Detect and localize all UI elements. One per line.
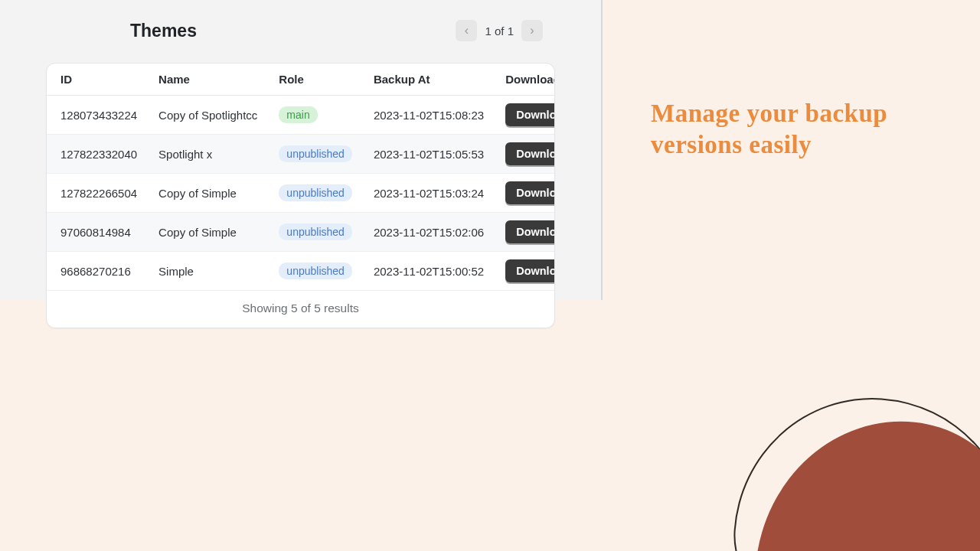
cell-id: 128073433224 (47, 96, 145, 135)
cell-download: Download (492, 174, 555, 213)
chevron-left-icon: ‹ (465, 24, 469, 37)
cell-role: main (265, 96, 360, 135)
cell-role: unpublished (265, 174, 360, 213)
cell-role: unpublished (265, 213, 360, 252)
cell-name: Copy of Simple (145, 213, 265, 252)
cell-download: Download (492, 135, 555, 174)
cell-id: 97060814984 (47, 213, 145, 252)
table-row: 128073433224 Copy of Spotlightcc main 20… (47, 96, 555, 135)
download-button[interactable]: Download (505, 220, 555, 243)
cell-download: Download (492, 252, 555, 291)
cell-role: unpublished (265, 252, 360, 291)
cell-backup: 2023-11-02T15:05:53 (360, 135, 492, 174)
cell-download: Download (492, 96, 555, 135)
cell-backup: 2023-11-02T15:00:52 (360, 252, 492, 291)
themes-table: ID Name Role Backup At Download 12807343… (47, 64, 555, 291)
table-row: 97060814984 Copy of Simple unpublished 2… (47, 213, 555, 252)
cell-name: Spotlight x (145, 135, 265, 174)
cell-backup: 2023-11-02T15:03:24 (360, 174, 492, 213)
cell-download: Download (492, 213, 555, 252)
download-button[interactable]: Download (505, 142, 555, 165)
cell-id: 96868270216 (47, 252, 145, 291)
page-title: Themes (130, 21, 197, 41)
cell-id: 127822332040 (47, 135, 145, 174)
page-header: Themes ‹ 1 of 1 › (46, 20, 555, 41)
role-badge-unpublished: unpublished (279, 262, 352, 279)
pager-prev-button[interactable]: ‹ (456, 20, 477, 41)
role-badge-unpublished: unpublished (279, 145, 352, 162)
role-badge-unpublished: unpublished (279, 223, 352, 240)
col-header-backup: Backup At (360, 64, 492, 96)
download-button[interactable]: Download (505, 103, 555, 126)
cell-name: Copy of Spotlightcc (145, 96, 265, 135)
cell-backup: 2023-11-02T15:08:23 (360, 96, 492, 135)
col-header-role: Role (265, 64, 360, 96)
marketing-headline: Manage your backup versions easily (651, 98, 942, 161)
role-badge-main: main (279, 106, 317, 123)
table-header-row: ID Name Role Backup At Download (47, 64, 555, 96)
cell-id: 127822266504 (47, 174, 145, 213)
cell-backup: 2023-11-02T15:02:06 (360, 213, 492, 252)
table-footer: Showing 5 of 5 results (47, 291, 554, 328)
col-header-id: ID (47, 64, 145, 96)
col-header-name: Name (145, 64, 265, 96)
cell-name: Copy of Simple (145, 174, 265, 213)
cell-role: unpublished (265, 135, 360, 174)
table-row: 96868270216 Simple unpublished 2023-11-0… (47, 252, 555, 291)
col-header-download: Download (492, 64, 555, 96)
pagination: ‹ 1 of 1 › (456, 20, 543, 41)
pager-next-button[interactable]: › (521, 20, 543, 41)
pager-label: 1 of 1 (485, 24, 514, 37)
table-row: 127822332040 Spotlight x unpublished 202… (47, 135, 555, 174)
role-badge-unpublished: unpublished (279, 184, 352, 201)
themes-table-card: ID Name Role Backup At Download 12807343… (46, 63, 555, 328)
app-panel: Themes ‹ 1 of 1 › ID Name (0, 0, 603, 300)
table-row: 127822266504 Copy of Simple unpublished … (47, 174, 555, 213)
download-button[interactable]: Download (505, 259, 555, 282)
chevron-right-icon: › (530, 24, 534, 37)
cell-name: Simple (145, 252, 265, 291)
download-button[interactable]: Download (505, 181, 555, 204)
